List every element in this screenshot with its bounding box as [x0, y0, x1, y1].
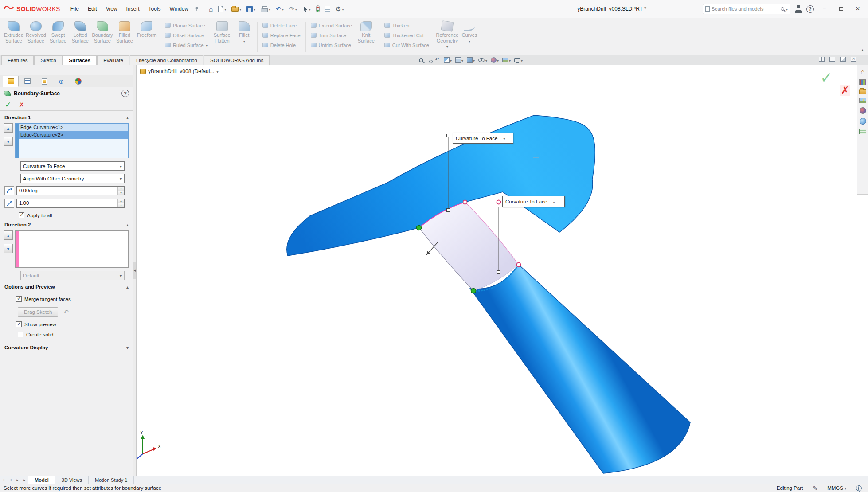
confirm-ok-button[interactable]: [820, 69, 833, 86]
flyout-feature-manager[interactable]: yBranchDrill_v008 (Defaul...: [140, 68, 218, 74]
offset-surface-button[interactable]: Offset Surface: [162, 32, 211, 39]
collapse-icon[interactable]: [126, 222, 129, 227]
zoom-to-area-button[interactable]: [426, 59, 432, 62]
move-down-button[interactable]: [4, 137, 13, 146]
planar-surface-button[interactable]: Planar Surface: [162, 22, 211, 29]
display-style-button[interactable]: [466, 57, 476, 63]
search-input[interactable]: [712, 6, 779, 12]
rebuild-button[interactable]: [314, 3, 322, 15]
tab-sketch[interactable]: Sketch: [34, 55, 62, 65]
replace-face-button[interactable]: Replace Face: [259, 32, 304, 39]
freeform-button[interactable]: Freeform: [136, 20, 158, 55]
tangent-type-dropdown[interactable]: Curvature To Face: [20, 161, 125, 171]
connector-green-2[interactable]: [471, 289, 476, 293]
move-up-button[interactable]: [4, 230, 13, 240]
zoom-to-fit-button[interactable]: [418, 58, 424, 62]
chevron-down-icon[interactable]: [224, 6, 226, 12]
lofted-surface-button[interactable]: LoftedSurface: [69, 20, 91, 55]
chevron-down-icon[interactable]: [461, 57, 463, 63]
knit-surface-button[interactable]: KnitSurface: [355, 20, 377, 55]
chevron-down-icon[interactable]: [309, 6, 311, 12]
direction2-curve-list[interactable]: [15, 230, 129, 268]
chevron-down-icon[interactable]: [450, 57, 452, 63]
undo-drag-icon[interactable]: [63, 308, 69, 316]
extend-surface-button[interactable]: Extend Surface: [308, 22, 355, 29]
spin-up-button[interactable]: [118, 199, 124, 203]
expand-icon[interactable]: [126, 345, 129, 350]
callout2-anchor-ring[interactable]: [497, 200, 501, 204]
show-preview-row[interactable]: Show preview: [16, 321, 129, 327]
filled-surface-button[interactable]: FilledSurface: [113, 20, 136, 55]
direction1-curve-list[interactable]: Edge-Curvature<1> Edge-Curvature<2>: [15, 123, 129, 158]
callout1-edge-handle[interactable]: [447, 209, 450, 212]
callout1-anchor-handle[interactable]: [447, 134, 450, 137]
minimize-button[interactable]: [817, 3, 831, 15]
previous-view-button[interactable]: [434, 58, 441, 63]
save-button[interactable]: [244, 3, 258, 15]
chevron-down-icon[interactable]: [553, 199, 555, 204]
restore-button[interactable]: [834, 3, 848, 15]
list-item[interactable]: Edge-Curvature<2>: [19, 131, 128, 139]
menu-pin-icon[interactable]: [194, 6, 199, 12]
section-curvature-display[interactable]: Curvature Display: [0, 341, 133, 352]
cancel-button[interactable]: [19, 101, 24, 109]
move-down-button[interactable]: [4, 244, 13, 253]
show-preview-checkbox[interactable]: [16, 321, 22, 327]
scroll-prev-tab-button[interactable]: [7, 476, 14, 484]
revolved-surface-button[interactable]: RevolvedSurface: [25, 20, 47, 55]
connector-red-1[interactable]: [463, 200, 467, 204]
menu-view[interactable]: View: [102, 4, 121, 14]
split-vertical-icon[interactable]: [819, 57, 825, 62]
globe-icon[interactable]: [856, 485, 862, 491]
section-direction-1[interactable]: Direction 1: [0, 111, 133, 122]
panel-collapse-grip[interactable]: [133, 262, 136, 279]
tab-feature-manager-tree[interactable]: [20, 76, 35, 87]
chevron-down-icon[interactable]: [295, 6, 297, 12]
menu-edit[interactable]: Edit: [84, 4, 101, 14]
spin-down-button[interactable]: [118, 203, 124, 207]
close-button[interactable]: [851, 3, 864, 15]
extruded-surface-button[interactable]: ExtrudedSurface: [3, 20, 25, 55]
redo-button[interactable]: [287, 3, 299, 15]
callout-curvature-to-face-1[interactable]: Curvature To Face: [453, 133, 513, 144]
custom-properties-icon[interactable]: [859, 129, 866, 134]
account-icon[interactable]: [794, 4, 803, 13]
apply-to-all-checkbox[interactable]: [19, 212, 24, 218]
unit-system-selector[interactable]: MMGS: [827, 485, 846, 491]
tab-addins[interactable]: SOLIDWORKS Add-Ins: [204, 55, 270, 65]
section-options-preview[interactable]: Options and Preview: [0, 280, 133, 292]
chevron-down-icon[interactable]: [469, 39, 470, 44]
create-solid-row[interactable]: Create solid: [18, 332, 129, 337]
options-button[interactable]: [333, 3, 346, 15]
design-library-icon[interactable]: [859, 79, 866, 85]
surface-flatten-button[interactable]: SurfaceFlatten: [211, 20, 233, 55]
select-button[interactable]: [300, 3, 313, 15]
apply-scene-button[interactable]: [501, 57, 512, 63]
ruled-surface-button[interactable]: Ruled Surface: [162, 42, 211, 48]
ok-button[interactable]: [5, 100, 11, 109]
callout2-edge-handle[interactable]: [497, 271, 500, 274]
untrim-surface-button[interactable]: Untrim Surface: [308, 42, 355, 48]
panel-splitter[interactable]: [133, 65, 137, 476]
delete-face-button[interactable]: Delete Face: [259, 22, 304, 29]
hide-show-items-button[interactable]: [477, 57, 488, 63]
chevron-down-icon[interactable]: [282, 6, 284, 12]
boundary-surface-button[interactable]: BoundarySurface: [91, 20, 113, 55]
chevron-down-icon[interactable]: [216, 68, 218, 74]
chevron-down-icon[interactable]: [446, 44, 448, 50]
thicken-button[interactable]: Thicken: [381, 22, 432, 29]
chevron-down-icon[interactable]: [206, 43, 208, 48]
print-button[interactable]: [258, 3, 273, 15]
chevron-down-icon[interactable]: [473, 57, 475, 63]
taskpane-home-icon[interactable]: [860, 68, 864, 75]
tab-surfaces[interactable]: Surfaces: [63, 55, 97, 65]
tab-display-manager[interactable]: [70, 76, 86, 87]
chevron-down-icon[interactable]: [509, 57, 511, 63]
callout-curvature-to-face-2[interactable]: Curvature To Face: [502, 196, 565, 207]
open-button[interactable]: [229, 3, 243, 15]
scroll-last-tab-button[interactable]: [21, 476, 28, 484]
chevron-down-icon[interactable]: [485, 57, 487, 63]
merge-tangent-faces-checkbox[interactable]: [16, 296, 22, 302]
view-settings-button[interactable]: [513, 57, 524, 63]
menu-insert[interactable]: Insert: [122, 4, 144, 14]
